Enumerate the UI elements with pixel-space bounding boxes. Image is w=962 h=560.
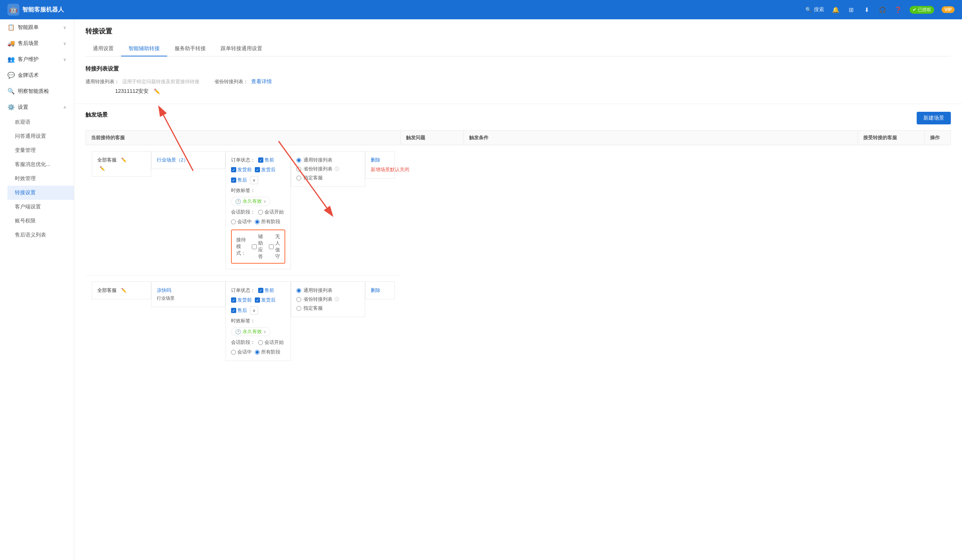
sidebar-item-customer-optimize[interactable]: 客服消息优化... xyxy=(7,157,74,171)
order-status-label-2: 订单状态： xyxy=(231,287,255,294)
tab-service-assist[interactable]: 服务助手转接 xyxy=(167,42,213,56)
dropdown-icon: ∨ xyxy=(263,199,266,204)
transfer-target-group: 通用转接列表 省份转接列表 ⓘ 指定客服 xyxy=(296,157,360,181)
tab-order-transfer[interactable]: 跟单转接通用设置 xyxy=(213,42,270,56)
delete-button-2[interactable]: 删除 xyxy=(371,287,380,293)
settings-icon: ⚙️ xyxy=(7,103,15,111)
trigger-question-link[interactable]: 行业场景（2） xyxy=(157,157,220,163)
sidebar-item-label: 明察智能质检 xyxy=(18,88,49,95)
tag-pre-sale[interactable]: 售前 xyxy=(258,157,274,163)
chevron-down-icon: ∨ xyxy=(63,57,66,62)
search-area[interactable]: 🔍 搜索 xyxy=(805,6,824,13)
session-start-option-2[interactable]: 会话开始 xyxy=(258,339,284,346)
session-mid-option[interactable]: 会话中 xyxy=(231,218,252,225)
edit-row-icon[interactable]: ✏️ xyxy=(100,166,105,171)
mode-unattended-option[interactable]: 无人值守 xyxy=(269,233,280,260)
sidebar-item-welcome[interactable]: 欢迎语 xyxy=(7,115,74,129)
target-specific-staff-2[interactable]: 指定客服 xyxy=(296,305,360,311)
target-province-list-2[interactable]: 省份转接列表 ⓘ xyxy=(296,296,360,303)
more-button[interactable]: ∨ xyxy=(250,176,258,184)
session-all-option[interactable]: 所有阶段 xyxy=(255,218,281,225)
grid-icon[interactable]: ⊞ xyxy=(847,6,855,14)
session-mid-option-2[interactable]: 会话中 xyxy=(231,349,252,355)
notification-icon[interactable]: 🔔 xyxy=(831,6,840,14)
trigger-question-sub-2: 行业场景 xyxy=(157,295,220,302)
tag-pre-ship[interactable]: 发货前 xyxy=(231,166,252,173)
sidebar-item-label: 设置 xyxy=(18,104,28,111)
delete-button[interactable]: 删除 xyxy=(371,157,380,163)
sidebar-item-transfer-settings[interactable]: 转接设置 xyxy=(7,186,74,200)
sidebar-item-after-sale-list[interactable]: 售后语义列表 xyxy=(7,228,74,242)
time-tag-label-2: 时效标签： xyxy=(231,318,255,324)
general-transfer-row: 通用转接列表： 适用于特定问题转接及前置接待转接 xyxy=(86,78,199,85)
download-icon[interactable]: ⬇ xyxy=(863,6,871,14)
sidebar-item-client-settings[interactable]: 客户端设置 xyxy=(7,200,74,214)
smart-order-icon: 📋 xyxy=(7,24,15,31)
page-header: 转接设置 通用设置 智能辅助转接 服务助手转接 跟单转接通用设置 xyxy=(74,19,962,56)
session-all-option-2[interactable]: 所有阶段 xyxy=(255,349,281,355)
session-start-option[interactable]: 会话开始 xyxy=(258,209,284,215)
sidebar-item-customer-care[interactable]: 👥 客户维护 ∨ xyxy=(0,51,74,67)
new-scene-button[interactable]: 新建场景 xyxy=(917,112,951,124)
sidebar-item-variable-mgmt[interactable]: 变量管理 xyxy=(7,144,74,157)
headset-icon[interactable]: 🎧 xyxy=(878,6,886,14)
after-sales-icon: 🚚 xyxy=(7,40,15,47)
tag-post-ship-2[interactable]: 发货后 xyxy=(255,297,276,303)
time-tag-row: 时效标签： 🕐 永久有效 ∨ xyxy=(231,187,285,206)
time-tag-value-2[interactable]: 🕐 永久有效 ∨ xyxy=(231,327,270,336)
sidebar-item-qa-settings[interactable]: 问答通用设置 xyxy=(7,129,74,144)
gold-talk-icon: 💬 xyxy=(7,72,15,79)
province-transfer-link[interactable]: 查看详情 xyxy=(251,78,272,85)
vip-label: VIP xyxy=(944,7,952,12)
time-tag-value[interactable]: 🕐 永久有效 ∨ xyxy=(231,197,270,206)
edit-staff-icon-2[interactable]: ✏️ xyxy=(121,288,127,293)
time-tag-text: 永久有效 xyxy=(242,198,262,205)
edit-staff-icon[interactable]: ✏️ xyxy=(121,157,127,163)
current-staff-cell: 全部客服 ✏️ ✏️ xyxy=(92,151,151,177)
sidebar-item-account-perms[interactable]: 账号权限 xyxy=(7,214,74,228)
sidebar-item-label: 金牌话术 xyxy=(18,72,39,79)
tag-after-sale-2[interactable]: 售后 xyxy=(231,307,247,314)
target-general-list-2[interactable]: 通用转接列表 xyxy=(296,287,360,294)
sidebar-item-after-sales[interactable]: 🚚 售后场景 ∨ xyxy=(0,35,74,51)
trigger-condition-cell-2: 订单状态： 售前 发货前 发货后 售后 ∨ 时效标签： xyxy=(226,281,291,361)
info-icon-2[interactable]: ⓘ xyxy=(335,296,339,303)
tag-post-ship[interactable]: 发货后 xyxy=(255,166,276,173)
mode-box: 接待模式： 辅助应答 无人值守 xyxy=(231,229,285,264)
app-name: 智能客服机器人 xyxy=(22,6,64,14)
page-title: 转接设置 xyxy=(86,27,951,36)
app-header: 🤖 智能客服机器人 🔍 搜索 🔔 ⊞ ⬇ 🎧 ❓ ✔ 已授权 VIP xyxy=(0,0,962,19)
general-transfer-group: 通用转接列表： 适用于特定问题转接及前置接待转接 12311112安安 ✏️ xyxy=(86,78,199,95)
sidebar-item-gold-talk[interactable]: 💬 金牌话术 xyxy=(0,67,74,83)
edit-icon[interactable]: ✏️ xyxy=(154,89,160,94)
mode-assist-option[interactable]: 辅助应答 xyxy=(252,233,263,260)
col-trigger-condition: 触发条件 xyxy=(464,131,858,145)
quality-check-icon: 🔍 xyxy=(7,88,15,95)
help-icon[interactable]: ❓ xyxy=(894,6,902,14)
general-transfer-label: 通用转接列表： xyxy=(86,78,119,85)
target-specific-staff[interactable]: 指定客服 xyxy=(296,174,360,181)
condition-group-2: 订单状态： 售前 发货前 发货后 售后 ∨ 时效标签： xyxy=(231,287,285,355)
target-general-list[interactable]: 通用转接列表 xyxy=(296,157,360,163)
info-icon[interactable]: ⓘ xyxy=(335,166,339,172)
order-status-label: 订单状态： xyxy=(231,157,255,163)
notice-text: 新增场景默认关闭 xyxy=(371,166,409,173)
sidebar-item-label: 智能跟单 xyxy=(18,24,39,31)
dropdown-icon-2: ∨ xyxy=(263,329,266,334)
sidebar-item-smart-order[interactable]: 📋 智能跟单 ∨ xyxy=(0,19,74,35)
tab-general[interactable]: 通用设置 xyxy=(86,42,121,56)
col-trigger-question: 触发问题 xyxy=(401,131,464,145)
mode-label: 接待模式： xyxy=(236,237,246,257)
sidebar-item-quality-check[interactable]: 🔍 明察智能质检 xyxy=(0,83,74,99)
tag-after-sale[interactable]: 售后 xyxy=(231,177,247,184)
tag-pre-ship-2[interactable]: 发货前 xyxy=(231,297,252,303)
sidebar-item-settings[interactable]: ⚙️ 设置 ∧ xyxy=(0,99,74,115)
trigger-question-link-2[interactable]: 凉快吗 xyxy=(157,287,220,294)
more-button-2[interactable]: ∨ xyxy=(250,307,258,315)
trigger-condition-cell: 订单状态： 售前 发货前 发货后 售后 ∨ 时效标签： xyxy=(226,151,291,269)
sidebar-item-time-mgmt[interactable]: 时效管理 xyxy=(7,171,74,186)
target-province-list[interactable]: 省份转接列表 ⓘ xyxy=(296,166,360,172)
tab-smart-assist[interactable]: 智能辅助转接 xyxy=(121,42,167,56)
table-row: 全部客服 ✏️ ✏️ 行业场景（2） xyxy=(86,145,401,276)
tag-pre-sale-2[interactable]: 售前 xyxy=(258,287,274,294)
